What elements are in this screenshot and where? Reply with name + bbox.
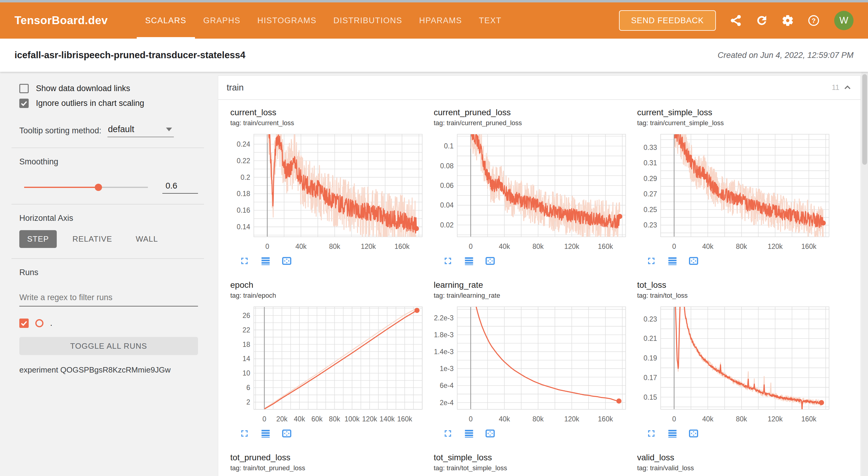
run-checkbox[interactable] (19, 319, 29, 328)
help-icon[interactable]: ? (807, 14, 820, 27)
ignore-outliers-checkbox[interactable] (19, 99, 29, 108)
data-table-icon[interactable] (463, 428, 475, 440)
axis-wall-button[interactable]: WALL (128, 230, 166, 248)
data-table-icon[interactable] (463, 255, 475, 267)
fullscreen-icon[interactable] (239, 428, 250, 440)
header-icons: ? (729, 14, 820, 27)
fullscreen-icon[interactable] (646, 255, 657, 267)
chart-tag: tag: train/valid_loss (637, 464, 833, 472)
svg-text:0.1: 0.1 (444, 142, 454, 150)
svg-text:0.18: 0.18 (237, 190, 250, 198)
experiment-bar: icefall-asr-librispeech-pruned-transduce… (0, 39, 868, 72)
scrollbar-thumb[interactable] (862, 74, 867, 165)
svg-text:0: 0 (469, 415, 473, 423)
axis-step-button[interactable]: STEP (19, 230, 57, 248)
chart-card-current_simple_loss: current_simple_loss tag: train/current_s… (637, 108, 833, 267)
axis-relative-button[interactable]: RELATIVE (65, 230, 120, 248)
share-icon[interactable] (729, 14, 742, 27)
svg-text:0.21: 0.21 (644, 335, 657, 342)
chart-tag: tag: train/current_loss (230, 119, 427, 127)
fit-domain-icon[interactable] (281, 428, 292, 440)
section-name: train (227, 83, 244, 93)
tab-text[interactable]: TEXT (470, 2, 510, 39)
send-feedback-button[interactable]: SEND FEEDBACK (619, 10, 716, 31)
collapse-section-icon[interactable] (842, 82, 852, 93)
chart-tag: tag: train/current_pruned_loss (434, 119, 630, 127)
settings-icon[interactable] (781, 14, 794, 27)
fullscreen-icon[interactable] (442, 428, 454, 440)
run-row[interactable]: . (19, 319, 198, 328)
scalar-line-chart[interactable]: 0.020.040.060.080.1040k80k120k160k (434, 131, 630, 253)
avatar[interactable]: W (834, 11, 854, 30)
fullscreen-icon[interactable] (239, 255, 250, 267)
vertical-scrollbar[interactable] (861, 72, 868, 476)
chevron-down-icon (166, 128, 172, 131)
svg-text:0.25: 0.25 (644, 206, 657, 214)
svg-text:0.31: 0.31 (644, 159, 657, 167)
tab-scalars[interactable]: SCALARS (137, 2, 195, 39)
scalar-line-chart[interactable]: 0.140.160.180.20.220.24040k80k120k160k (230, 131, 427, 253)
chart-tag: tag: train/tot_loss (637, 292, 833, 299)
fit-domain-icon[interactable] (688, 428, 699, 440)
svg-text:0: 0 (672, 243, 676, 250)
svg-text:0: 0 (469, 243, 473, 250)
fit-domain-icon[interactable] (485, 428, 496, 440)
tab-hparams[interactable]: HPARAMS (411, 2, 470, 39)
smoothing-slider[interactable] (24, 187, 148, 188)
tooltip-sorting-select[interactable]: default (107, 124, 174, 137)
scalar-line-chart[interactable]: 261014182226020k40k60k80k100k120k140k160… (230, 304, 427, 425)
svg-text:0.33: 0.33 (644, 144, 657, 152)
svg-text:80k: 80k (329, 415, 340, 423)
scalar-line-chart[interactable]: 2e-46e-41e-31.4e-31.8e-32.2e-3040k80k120… (434, 304, 630, 425)
toggle-all-runs-button[interactable]: TOGGLE ALL RUNS (19, 337, 198, 355)
fullscreen-icon[interactable] (442, 255, 454, 267)
show-download-links-checkbox[interactable] (19, 84, 29, 93)
svg-text:0.08: 0.08 (440, 162, 454, 170)
chart-toolbar (646, 255, 833, 267)
show-download-links-label: Show data download links (36, 84, 130, 93)
tooltip-sorting-row: Tooltip sorting method: default (19, 124, 198, 137)
data-table-icon[interactable] (667, 255, 678, 267)
svg-text:6e-4: 6e-4 (440, 382, 454, 389)
tab-histograms[interactable]: HISTOGRAMS (249, 2, 325, 39)
svg-text:0: 0 (265, 243, 269, 250)
smoothing-slider-thumb[interactable] (95, 184, 102, 191)
fullscreen-icon[interactable] (646, 428, 657, 440)
svg-text:0: 0 (262, 415, 267, 423)
data-table-icon[interactable] (260, 255, 271, 267)
sidebar-divider (11, 258, 204, 259)
svg-text:80k: 80k (736, 243, 747, 250)
chart-toolbar (442, 255, 630, 267)
settings-sidebar: Show data download links Ignore outliers… (0, 72, 217, 476)
section-count: 11 (832, 83, 839, 92)
charts-grid: current_loss tag: train/current_loss 0.1… (218, 100, 861, 472)
ignore-outliers-row[interactable]: Ignore outliers in chart scaling (19, 99, 198, 108)
svg-text:0.2: 0.2 (241, 173, 250, 181)
fit-domain-icon[interactable] (485, 255, 496, 267)
refresh-icon[interactable] (755, 14, 768, 27)
tab-graphs[interactable]: GRAPHS (195, 2, 249, 39)
data-table-icon[interactable] (667, 428, 678, 440)
svg-text:120k: 120k (768, 415, 783, 423)
runs-filter-input[interactable]: Write a regex to filter runs (19, 293, 198, 307)
svg-text:80k: 80k (532, 415, 544, 423)
chart-card-learning_rate: learning_rate tag: train/learning_rate 2… (434, 280, 630, 440)
svg-text:0.17: 0.17 (644, 374, 657, 382)
train-section-header[interactable]: train 11 (218, 76, 861, 100)
tooltip-sorting-label: Tooltip sorting method: (19, 126, 101, 137)
nav-tab-label: SCALARS (145, 16, 187, 25)
svg-text:2: 2 (246, 398, 250, 406)
window-top-strip (0, 0, 868, 2)
show-download-links-row[interactable]: Show data download links (19, 84, 198, 93)
scalar-line-chart[interactable]: 0.230.250.270.290.310.33040k80k120k160k (637, 131, 833, 253)
svg-text:18: 18 (242, 341, 250, 348)
svg-text:1e-3: 1e-3 (440, 365, 454, 373)
nav-tab-label: HPARAMS (419, 16, 462, 25)
experiment-id: experiment QOGSPBgsR8KzcRMmie9JGw (19, 365, 198, 375)
scalar-line-chart[interactable]: 0.150.170.190.210.23040k80k120k160k (637, 304, 833, 425)
smoothing-value-input[interactable]: 0.6 (162, 181, 198, 194)
data-table-icon[interactable] (260, 428, 271, 440)
tab-distributions[interactable]: DISTRIBUTIONS (325, 2, 411, 39)
fit-domain-icon[interactable] (688, 255, 699, 267)
fit-domain-icon[interactable] (281, 255, 292, 267)
